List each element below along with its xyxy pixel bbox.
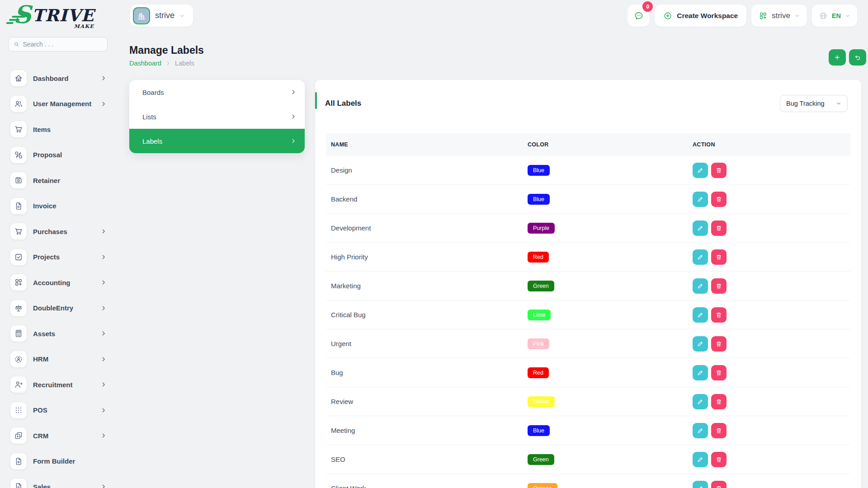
label-name: Client Work: [331, 484, 528, 488]
home-icon: [10, 70, 27, 86]
delete-label-button[interactable]: [711, 365, 726, 380]
pencil-icon: [697, 253, 704, 261]
dots-nine-icon: [10, 402, 27, 418]
delete-label-button[interactable]: [711, 423, 726, 438]
edit-label-button[interactable]: [693, 365, 708, 380]
sidebar-item-assets[interactable]: Assets: [0, 321, 116, 347]
edit-label-button[interactable]: [693, 307, 708, 323]
label-name: Design: [331, 166, 528, 174]
edit-label-button[interactable]: [693, 249, 708, 265]
sidebar-item-items[interactable]: Items: [0, 117, 116, 142]
language-selector[interactable]: EN: [812, 5, 857, 27]
submenu-item-lists[interactable]: Lists: [129, 104, 305, 129]
edit-label-button[interactable]: [693, 394, 708, 409]
sidebar-item-purchases[interactable]: Purchases: [0, 219, 116, 244]
edit-label-button[interactable]: [693, 278, 708, 294]
chevron-down-icon: [845, 13, 850, 19]
add-label-button[interactable]: [829, 49, 846, 66]
edit-label-button[interactable]: [693, 452, 708, 467]
edit-label-button[interactable]: [693, 163, 708, 178]
color-chip: Green: [528, 454, 554, 465]
sidebar-item-dashboard[interactable]: Dashboard: [0, 66, 116, 91]
messages-badge: 0: [642, 1, 653, 12]
sidebar-item-sales[interactable]: Sales: [0, 474, 116, 488]
sidebar-item-accounting[interactable]: Accounting: [0, 270, 116, 296]
edit-label-button[interactable]: [693, 481, 708, 488]
trash-icon: [715, 167, 722, 174]
delete-label-button[interactable]: [711, 394, 726, 409]
messages-button[interactable]: 0: [627, 5, 650, 27]
delete-label-button[interactable]: [711, 481, 726, 488]
sidebar-item-recruitment[interactable]: Recruitment: [0, 372, 116, 398]
workspace-pill[interactable]: strive: [130, 5, 193, 27]
table-row: SEO Green: [326, 445, 850, 474]
edit-label-button[interactable]: [693, 221, 708, 236]
delete-label-button[interactable]: [711, 192, 726, 207]
delete-label-button[interactable]: [711, 249, 726, 265]
chevron-right-icon: [100, 101, 107, 107]
breadcrumb-dashboard-link[interactable]: Dashboard: [129, 60, 161, 67]
swap-boxes-icon: [10, 147, 27, 163]
sidebar-item-proposal[interactable]: Proposal: [0, 142, 116, 168]
check-square-icon: [10, 249, 27, 265]
create-workspace-button[interactable]: Create Workspace: [655, 5, 746, 27]
submenu-item-boards[interactable]: Boards: [129, 80, 305, 104]
page-title: Manage Labels: [129, 44, 204, 56]
edit-label-button[interactable]: [693, 192, 708, 207]
sidebar-item-form-builder[interactable]: Form Builder: [0, 449, 116, 474]
delete-label-button[interactable]: [711, 221, 726, 236]
label-name: SEO: [331, 455, 528, 463]
user-plus-icon: [10, 376, 27, 393]
sidebar-item-user-management[interactable]: User Management: [0, 91, 116, 117]
delete-label-button[interactable]: [711, 163, 726, 178]
logo-wordmark: TRIVE MAKE: [32, 7, 94, 29]
color-chip: Yellow: [528, 396, 555, 407]
label-name: Marketing: [331, 282, 528, 290]
label-name: Backend: [331, 195, 528, 203]
table-row: Urgent Pink: [326, 329, 850, 358]
color-chip: Pink: [528, 338, 549, 349]
column-header-name: NAME: [331, 141, 528, 148]
table-row: High Priority Red: [326, 243, 850, 272]
chevron-right-icon: [290, 89, 297, 95]
project-submenu: Boards Lists Labels: [129, 80, 305, 153]
edit-label-button[interactable]: [693, 336, 708, 352]
sidebar-item-crm[interactable]: CRM: [0, 423, 116, 449]
panel-title: All Labels: [325, 99, 361, 108]
delete-label-button[interactable]: [711, 336, 726, 352]
delete-label-button[interactable]: [711, 307, 726, 323]
labels-table: NAME COLOR ACTION Design Blue Backend Bl…: [326, 133, 850, 488]
label-name: Meeting: [331, 427, 528, 434]
column-header-color: COLOR: [528, 141, 693, 148]
sidebar-item-invoice[interactable]: Invoice: [0, 193, 116, 219]
workspace-switcher[interactable]: strive: [751, 5, 807, 27]
label-name: Bug: [331, 369, 528, 376]
labels-panel: All Labels Bug Tracking NAME COLOR ACTIO…: [315, 80, 861, 488]
pencil-icon: [697, 282, 704, 290]
plus-circle-icon: [663, 11, 672, 20]
sidebar-item-retainer[interactable]: Retainer: [0, 168, 116, 193]
pencil-icon: [697, 196, 704, 203]
chevron-right-icon: [165, 61, 171, 66]
delete-label-button[interactable]: [711, 452, 726, 467]
trash-icon: [715, 340, 722, 347]
scale-icon: [10, 300, 27, 316]
sidebar-item-projects[interactable]: Projects: [0, 244, 116, 270]
sidebar-item-hrm[interactable]: HRM: [0, 347, 116, 372]
color-chip: Green: [528, 281, 554, 291]
submenu-item-labels[interactable]: Labels: [129, 129, 305, 153]
pencil-icon: [697, 398, 704, 405]
board-filter-select[interactable]: Bug Tracking: [780, 95, 848, 112]
table-row: Marketing Green: [326, 272, 850, 300]
search-input[interactable]: [23, 41, 102, 48]
sidebar-item-doubleentry[interactable]: DoubleEntry: [0, 296, 116, 321]
edit-label-button[interactable]: [693, 423, 708, 438]
chevron-right-icon: [100, 381, 107, 388]
sidebar-item-pos[interactable]: POS: [0, 398, 116, 423]
trash-icon: [715, 398, 722, 405]
delete-label-button[interactable]: [711, 278, 726, 294]
table-row: Review Yellow: [326, 387, 850, 416]
accent-bar: [315, 92, 317, 109]
table-row: Backend Blue: [326, 185, 850, 214]
back-button[interactable]: [849, 49, 866, 66]
